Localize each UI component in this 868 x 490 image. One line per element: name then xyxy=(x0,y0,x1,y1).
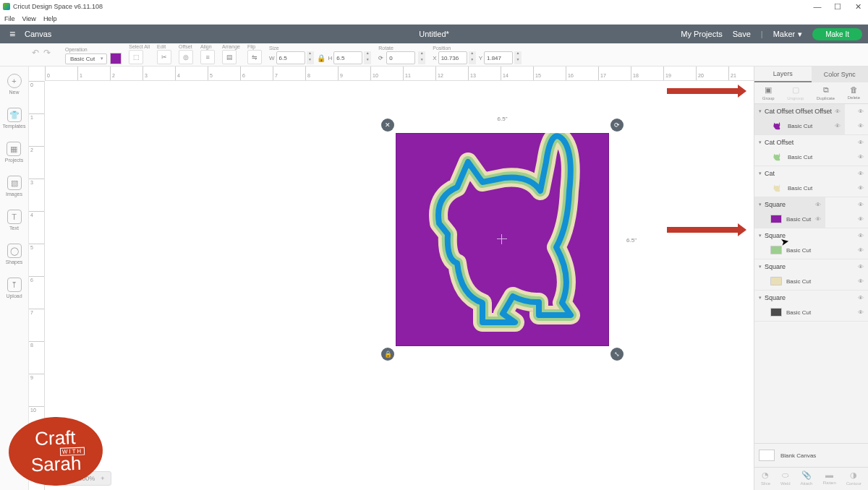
menu-file[interactable]: File xyxy=(4,15,15,22)
slice-button[interactable]: ◔Slice xyxy=(761,470,770,486)
visibility-toggle-icon[interactable]: 👁 xyxy=(858,264,864,270)
size-width-input[interactable]: 6.5 xyxy=(276,51,305,64)
selection-scale-handle[interactable]: ⤡ xyxy=(610,348,624,361)
operation-group: Operation Basic Cut xyxy=(65,47,122,66)
visibility-toggle-icon[interactable]: 👁 xyxy=(858,108,864,115)
visibility-toggle-icon[interactable]: 👁 xyxy=(858,185,864,192)
layer-child[interactable]: Basic Cut👁 xyxy=(754,119,845,134)
my-projects-link[interactable]: My Projects xyxy=(681,30,722,38)
selection-bounds[interactable]: 6.5" 6.5" ✕ ⟳ 🔒 ⤡ xyxy=(388,126,616,353)
layer-group-4[interactable]: ▾Square👁Basic Cut👁 xyxy=(754,197,825,228)
visibility-toggle-icon[interactable]: 👁 xyxy=(858,171,864,177)
rotate-input[interactable]: 0 xyxy=(386,51,415,64)
rail-upload[interactable]: ⤒Upload xyxy=(6,278,22,298)
visibility-toggle-icon[interactable]: 👁 xyxy=(858,233,864,239)
layer-group-3[interactable]: ▾Cat👁Basic Cut👁 xyxy=(754,166,868,197)
selection-rotate-handle[interactable]: ⟳ xyxy=(610,119,624,132)
machine-selector[interactable]: Maker ▾ xyxy=(773,30,803,39)
layer-child[interactable]: Basic Cut👁 xyxy=(754,243,868,259)
visibility-toggle-icon[interactable]: 👁 xyxy=(858,278,864,285)
position-x-input[interactable]: 10.736 xyxy=(438,51,467,64)
rail-shapes[interactable]: ◯Shapes xyxy=(6,244,23,265)
redo-icon[interactable]: ↷ xyxy=(43,48,51,58)
attach-button[interactable]: 📎Attach xyxy=(800,470,812,486)
select-all-button[interactable]: ⬚ xyxy=(129,50,143,64)
zoom-in-icon[interactable]: + xyxy=(101,475,104,482)
canvas[interactable]: 6.5" 6.5" ✕ ⟳ 🔒 ⤡ xyxy=(45,81,754,490)
visibility-toggle-icon[interactable]: 👁 xyxy=(858,139,864,146)
layer-group-8[interactable]: ▾Square👁Basic Cut👁 xyxy=(754,291,868,322)
canvas-area[interactable]: 012345678910111213141516171819202122 012… xyxy=(29,66,754,490)
align-button[interactable]: ≡ xyxy=(200,50,215,64)
undo-icon[interactable]: ↶ xyxy=(32,48,39,58)
selection-lock-handle[interactable]: 🔒 xyxy=(381,348,394,361)
visibility-toggle-icon[interactable]: 👁 xyxy=(858,202,864,208)
visibility-toggle-icon[interactable]: 👁 xyxy=(815,202,821,208)
lock-aspect-icon[interactable]: 🔒 xyxy=(317,54,326,62)
visibility-toggle-icon[interactable]: 👁 xyxy=(835,123,841,129)
canvas-cat-shape[interactable] xyxy=(417,133,598,343)
tab-color-sync[interactable]: Color Sync xyxy=(812,66,869,82)
visibility-toggle-icon[interactable]: 👁 xyxy=(858,154,864,160)
operation-color-swatch[interactable] xyxy=(110,53,122,64)
visibility-toggle-icon[interactable]: 👁 xyxy=(815,216,821,223)
operation-select[interactable]: Basic Cut xyxy=(65,53,107,64)
layer-group-2[interactable]: ▾Cat Offset👁Basic Cut👁 xyxy=(754,135,868,166)
rail-text[interactable]: TText xyxy=(7,210,22,231)
visibility-toggle-icon[interactable]: 👁 xyxy=(835,108,841,115)
selection-delete-handle[interactable]: ✕ xyxy=(381,119,394,132)
size-height-input[interactable]: 6.5 xyxy=(333,51,362,64)
arrange-button[interactable]: ▤ xyxy=(222,50,237,64)
save-button[interactable]: Save xyxy=(733,30,751,38)
weld-button[interactable]: ⬭Weld xyxy=(780,470,791,486)
blank-canvas-row[interactable]: Blank Canvas xyxy=(754,443,868,467)
position-x-stepper[interactable]: ▲▼ xyxy=(469,51,476,64)
size-height-stepper[interactable]: ▲▼ xyxy=(364,51,371,64)
offset-button[interactable]: ◎ xyxy=(179,50,193,64)
group-button[interactable]: ▣Group xyxy=(762,85,775,100)
flatten-button[interactable]: ▬Flatten xyxy=(822,470,835,486)
visibility-toggle-icon[interactable]: 👁 xyxy=(858,216,864,223)
hamburger-menu-icon[interactable]: ≡ xyxy=(0,28,25,40)
duplicate-button[interactable]: ⧉Duplicate xyxy=(817,85,835,100)
rotate-stepper[interactable]: ▲▼ xyxy=(418,51,425,64)
layer-child[interactable]: Basic Cut👁 xyxy=(754,150,868,166)
menu-view[interactable]: View xyxy=(22,15,36,22)
layer-list[interactable]: ▾Cat Offset Offset Offset👁Basic Cut👁▾Cat… xyxy=(754,104,868,443)
size-width-stepper[interactable]: ▲▼ xyxy=(307,51,314,64)
canvas-label: Canvas xyxy=(25,30,51,38)
align-label: Align xyxy=(200,44,215,49)
position-y-stepper[interactable]: ▲▼ xyxy=(514,51,522,64)
flip-button[interactable]: ⇋ xyxy=(247,50,262,64)
layer-child[interactable]: Basic Cut👁 xyxy=(754,212,825,228)
make-it-button[interactable]: Make It xyxy=(812,28,862,40)
layer-child[interactable]: Basic Cut👁 xyxy=(754,305,868,321)
layer-group-7[interactable]: ▾Square👁Basic Cut👁 xyxy=(754,259,868,291)
window-minimize-button[interactable]: — xyxy=(807,2,827,11)
menubar: File View Help xyxy=(0,13,868,25)
visibility-toggle-icon[interactable]: 👁 xyxy=(858,309,864,316)
window-maximize-button[interactable]: ☐ xyxy=(827,2,848,12)
rail-templates[interactable]: 👕Templates xyxy=(3,108,26,129)
layer-name: Cat xyxy=(765,170,775,177)
window-close-button[interactable]: ✕ xyxy=(848,2,868,12)
rail-projects[interactable]: ▦Projects xyxy=(5,142,23,163)
layer-child[interactable]: Basic Cut👁 xyxy=(754,274,868,290)
visibility-toggle-icon[interactable]: 👁 xyxy=(858,247,864,254)
ungroup-button[interactable]: ▢Ungroup xyxy=(787,85,804,100)
rail-images-label: Images xyxy=(6,192,22,197)
layer-group-0[interactable]: ▾Cat Offset Offset Offset👁Basic Cut👁 xyxy=(754,104,845,135)
edit-button[interactable]: ✂ xyxy=(157,50,171,64)
caret-icon: ▾ xyxy=(759,233,762,238)
visibility-toggle-icon[interactable]: 👁 xyxy=(858,295,864,301)
layer-child[interactable]: Basic Cut👁 xyxy=(754,181,868,197)
visibility-toggle-icon[interactable]: 👁 xyxy=(858,123,864,129)
delete-button[interactable]: 🗑Delete xyxy=(848,85,860,100)
position-y-input[interactable]: 1.847 xyxy=(484,51,513,64)
rail-new[interactable]: +New xyxy=(7,74,22,95)
contour-button[interactable]: ◑Contour xyxy=(846,470,861,486)
menu-help[interactable]: Help xyxy=(43,15,57,22)
tab-layers[interactable]: Layers xyxy=(754,66,812,82)
layer-group-6[interactable]: ▾Square👁Basic Cut👁 xyxy=(754,228,868,259)
rail-images[interactable]: ▧Images xyxy=(6,176,22,197)
